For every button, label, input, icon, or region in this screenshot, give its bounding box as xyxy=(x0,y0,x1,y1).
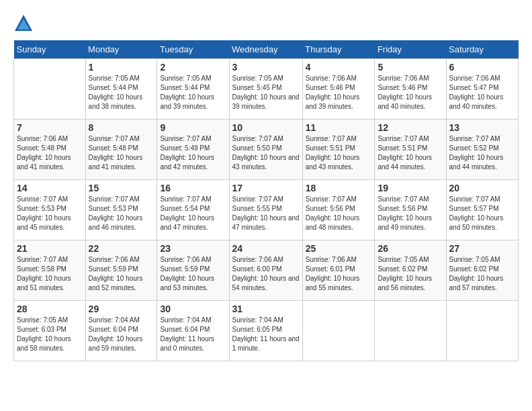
day-number: 17 xyxy=(232,183,300,193)
calendar-cell xyxy=(14,59,86,120)
calendar-cell: 6 Sunrise: 7:06 AM Sunset: 5:47 PM Dayli… xyxy=(446,59,518,120)
day-info: Sunrise: 7:07 AM Sunset: 5:53 PM Dayligh… xyxy=(89,195,154,232)
calendar-cell: 9 Sunrise: 7:07 AM Sunset: 5:49 PM Dayli… xyxy=(157,120,229,180)
logo xyxy=(13,13,36,34)
calendar-cell: 29 Sunrise: 7:04 AM Sunset: 6:04 PM Dayl… xyxy=(85,301,157,361)
day-info: Sunrise: 7:05 AM Sunset: 6:03 PM Dayligh… xyxy=(17,316,83,353)
calendar-cell: 24 Sunrise: 7:06 AM Sunset: 6:00 PM Dayl… xyxy=(229,240,302,301)
day-info: Sunrise: 7:06 AM Sunset: 5:46 PM Dayligh… xyxy=(378,74,443,111)
calendar-cell: 20 Sunrise: 7:07 AM Sunset: 5:57 PM Dayl… xyxy=(446,180,518,240)
day-number: 3 xyxy=(232,62,300,73)
page-header xyxy=(13,13,519,34)
calendar-cell: 22 Sunrise: 7:06 AM Sunset: 5:59 PM Dayl… xyxy=(85,240,157,301)
calendar-cell: 11 Sunrise: 7:07 AM Sunset: 5:51 PM Dayl… xyxy=(302,120,375,180)
calendar-cell xyxy=(375,301,446,361)
calendar-cell: 27 Sunrise: 7:05 AM Sunset: 6:02 PM Dayl… xyxy=(446,240,518,301)
calendar-cell: 13 Sunrise: 7:07 AM Sunset: 5:52 PM Dayl… xyxy=(446,120,518,180)
calendar-cell: 10 Sunrise: 7:07 AM Sunset: 5:50 PM Dayl… xyxy=(229,120,302,180)
day-info: Sunrise: 7:07 AM Sunset: 5:57 PM Dayligh… xyxy=(449,195,515,232)
day-info: Sunrise: 7:04 AM Sunset: 6:04 PM Dayligh… xyxy=(160,316,226,353)
day-number: 16 xyxy=(160,183,226,193)
calendar-header-tuesday: Tuesday xyxy=(157,40,229,59)
calendar-cell: 17 Sunrise: 7:07 AM Sunset: 5:55 PM Dayl… xyxy=(229,180,302,240)
calendar-header-wednesday: Wednesday xyxy=(229,40,302,59)
calendar-cell: 15 Sunrise: 7:07 AM Sunset: 5:53 PM Dayl… xyxy=(85,180,157,240)
day-number: 8 xyxy=(89,122,154,133)
day-info: Sunrise: 7:07 AM Sunset: 5:55 PM Dayligh… xyxy=(232,195,300,232)
day-info: Sunrise: 7:07 AM Sunset: 5:51 PM Dayligh… xyxy=(306,134,372,172)
calendar-week-1: 1 Sunrise: 7:05 AM Sunset: 5:44 PM Dayli… xyxy=(14,59,519,120)
calendar-week-3: 14 Sunrise: 7:07 AM Sunset: 5:53 PM Dayl… xyxy=(14,180,519,240)
day-number: 15 xyxy=(89,183,154,193)
calendar-cell: 25 Sunrise: 7:06 AM Sunset: 6:01 PM Dayl… xyxy=(302,240,375,301)
calendar-cell: 8 Sunrise: 7:07 AM Sunset: 5:48 PM Dayli… xyxy=(85,120,157,180)
day-number: 5 xyxy=(378,62,443,73)
day-info: Sunrise: 7:06 AM Sunset: 5:47 PM Dayligh… xyxy=(449,74,515,111)
day-number: 9 xyxy=(160,122,226,133)
day-number: 29 xyxy=(89,304,154,314)
calendar-cell: 18 Sunrise: 7:07 AM Sunset: 5:56 PM Dayl… xyxy=(302,180,375,240)
calendar-week-4: 21 Sunrise: 7:07 AM Sunset: 5:58 PM Dayl… xyxy=(14,240,519,301)
day-number: 4 xyxy=(306,62,372,73)
calendar-header-row: SundayMondayTuesdayWednesdayThursdayFrid… xyxy=(14,40,519,59)
day-number: 14 xyxy=(17,183,83,193)
day-info: Sunrise: 7:07 AM Sunset: 5:54 PM Dayligh… xyxy=(160,195,226,232)
day-number: 24 xyxy=(232,243,300,254)
calendar-cell: 4 Sunrise: 7:06 AM Sunset: 5:46 PM Dayli… xyxy=(302,59,375,120)
day-info: Sunrise: 7:07 AM Sunset: 5:52 PM Dayligh… xyxy=(449,134,515,172)
day-info: Sunrise: 7:07 AM Sunset: 5:50 PM Dayligh… xyxy=(232,134,300,172)
calendar-week-2: 7 Sunrise: 7:06 AM Sunset: 5:48 PM Dayli… xyxy=(14,120,519,180)
day-info: Sunrise: 7:06 AM Sunset: 6:01 PM Dayligh… xyxy=(306,255,372,293)
logo-icon xyxy=(13,13,34,34)
day-number: 30 xyxy=(160,304,226,314)
day-number: 7 xyxy=(17,122,83,133)
day-info: Sunrise: 7:05 AM Sunset: 5:45 PM Dayligh… xyxy=(232,74,300,111)
day-number: 22 xyxy=(89,243,154,254)
day-number: 18 xyxy=(306,183,372,193)
day-number: 12 xyxy=(378,122,443,133)
calendar-cell: 2 Sunrise: 7:05 AM Sunset: 5:44 PM Dayli… xyxy=(157,59,229,120)
calendar-cell: 26 Sunrise: 7:05 AM Sunset: 6:02 PM Dayl… xyxy=(375,240,446,301)
day-number: 23 xyxy=(160,243,226,254)
day-info: Sunrise: 7:06 AM Sunset: 5:46 PM Dayligh… xyxy=(306,74,372,111)
day-number: 2 xyxy=(160,62,226,73)
day-info: Sunrise: 7:04 AM Sunset: 6:04 PM Dayligh… xyxy=(89,316,154,353)
calendar-header-thursday: Thursday xyxy=(302,40,375,59)
calendar-cell: 12 Sunrise: 7:07 AM Sunset: 5:51 PM Dayl… xyxy=(375,120,446,180)
day-number: 21 xyxy=(17,243,83,254)
calendar-header-sunday: Sunday xyxy=(14,40,86,59)
day-number: 25 xyxy=(306,243,372,254)
day-info: Sunrise: 7:07 AM Sunset: 5:48 PM Dayligh… xyxy=(89,134,154,172)
day-number: 10 xyxy=(232,122,300,133)
day-info: Sunrise: 7:07 AM Sunset: 5:51 PM Dayligh… xyxy=(378,134,443,172)
day-number: 27 xyxy=(449,243,515,254)
calendar-header-monday: Monday xyxy=(85,40,157,59)
day-number: 26 xyxy=(378,243,443,254)
day-number: 1 xyxy=(89,62,154,73)
calendar-cell: 3 Sunrise: 7:05 AM Sunset: 5:45 PM Dayli… xyxy=(229,59,302,120)
day-number: 19 xyxy=(378,183,443,193)
day-number: 28 xyxy=(17,304,83,314)
day-info: Sunrise: 7:07 AM Sunset: 5:49 PM Dayligh… xyxy=(160,134,226,172)
calendar-header-friday: Friday xyxy=(375,40,446,59)
calendar-cell: 1 Sunrise: 7:05 AM Sunset: 5:44 PM Dayli… xyxy=(85,59,157,120)
day-number: 6 xyxy=(449,62,515,73)
day-number: 31 xyxy=(232,304,300,314)
day-info: Sunrise: 7:05 AM Sunset: 5:44 PM Dayligh… xyxy=(89,74,154,111)
calendar-cell: 16 Sunrise: 7:07 AM Sunset: 5:54 PM Dayl… xyxy=(157,180,229,240)
day-number: 13 xyxy=(449,122,515,133)
calendar-cell: 19 Sunrise: 7:07 AM Sunset: 5:56 PM Dayl… xyxy=(375,180,446,240)
calendar-table: SundayMondayTuesdayWednesdayThursdayFrid… xyxy=(13,40,519,361)
calendar-cell: 31 Sunrise: 7:04 AM Sunset: 6:05 PM Dayl… xyxy=(229,301,302,361)
calendar-cell: 7 Sunrise: 7:06 AM Sunset: 5:48 PM Dayli… xyxy=(14,120,86,180)
calendar-cell xyxy=(446,301,518,361)
calendar-cell: 23 Sunrise: 7:06 AM Sunset: 5:59 PM Dayl… xyxy=(157,240,229,301)
calendar-cell xyxy=(302,301,375,361)
day-info: Sunrise: 7:06 AM Sunset: 6:00 PM Dayligh… xyxy=(232,255,300,293)
calendar-cell: 14 Sunrise: 7:07 AM Sunset: 5:53 PM Dayl… xyxy=(14,180,86,240)
calendar-cell: 5 Sunrise: 7:06 AM Sunset: 5:46 PM Dayli… xyxy=(375,59,446,120)
day-info: Sunrise: 7:05 AM Sunset: 6:02 PM Dayligh… xyxy=(378,255,443,293)
calendar-header-saturday: Saturday xyxy=(446,40,518,59)
day-info: Sunrise: 7:07 AM Sunset: 5:53 PM Dayligh… xyxy=(17,195,83,232)
calendar-week-5: 28 Sunrise: 7:05 AM Sunset: 6:03 PM Dayl… xyxy=(14,301,519,361)
